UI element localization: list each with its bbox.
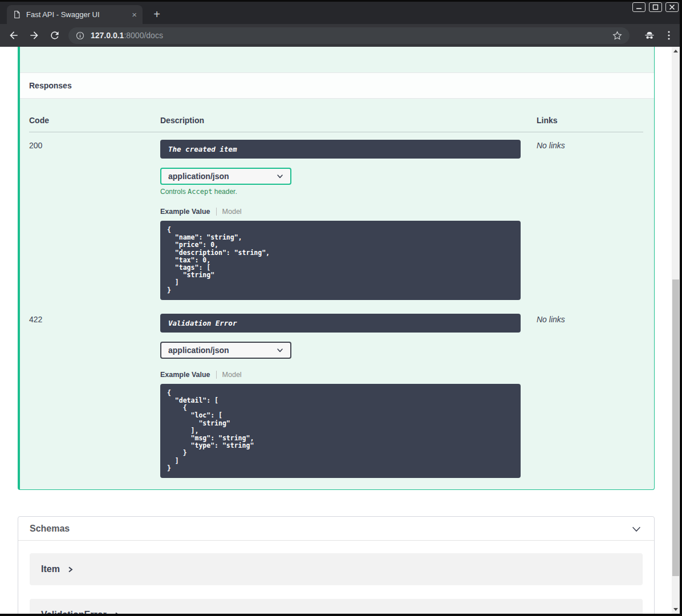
bookmark-star-icon[interactable] — [612, 30, 623, 41]
reload-button[interactable] — [48, 29, 62, 42]
responses-table-header: Code Description Links — [29, 111, 643, 132]
tab-example-value[interactable]: Example Value — [160, 208, 210, 216]
schemas-section: Schemas Item ValidationError — [18, 516, 655, 614]
response-links: No links — [537, 314, 643, 478]
chevron-down-icon — [275, 172, 285, 181]
schema-validation-error[interactable]: ValidationError — [30, 599, 643, 614]
scrollbar-thumb[interactable] — [672, 279, 679, 576]
media-type-value: application/json — [168, 172, 229, 181]
response-links: No links — [537, 140, 643, 306]
forward-button[interactable] — [27, 29, 41, 42]
browser-tab[interactable]: Fast API - Swagger UI × — [7, 5, 143, 24]
controls-accept-note: Controls Accept header. — [160, 188, 537, 196]
col-header-description: Description — [160, 116, 537, 125]
section-gap — [0, 490, 672, 516]
col-header-code: Code — [29, 116, 160, 125]
url-text[interactable]: 127.0.0.1:8000/docs — [91, 31, 612, 40]
opblock-post: Responses Code Description Links 200 The… — [18, 47, 655, 490]
chevron-down-icon[interactable] — [630, 522, 643, 535]
browser-titlebar: Fast API - Swagger UI × + — [0, 0, 682, 24]
schema-name: Item — [41, 564, 60, 574]
site-info-icon[interactable] — [75, 31, 85, 40]
note-code: Accept — [188, 188, 212, 196]
col-header-links: Links — [537, 116, 643, 125]
media-type-value: application/json — [168, 346, 229, 355]
note-suffix: header. — [212, 188, 237, 196]
page-favicon-icon — [13, 10, 21, 19]
tab-model[interactable]: Model — [222, 208, 242, 216]
window-border-right — [680, 0, 682, 616]
url-path: :8000/docs — [124, 31, 163, 40]
tab-model[interactable]: Model — [222, 371, 242, 379]
schemas-header[interactable]: Schemas — [18, 517, 654, 541]
chevron-down-icon — [275, 346, 285, 355]
tab-example-value[interactable]: Example Value — [160, 371, 210, 379]
responses-table: Code Description Links 200 The created i… — [20, 99, 654, 489]
page-content: Responses Code Description Links 200 The… — [0, 47, 672, 614]
chevron-right-icon — [67, 566, 74, 573]
response-description: Validation Error — [160, 314, 521, 333]
schemas-title: Schemas — [30, 524, 70, 534]
tab-separator — [216, 371, 217, 379]
browser-toolbar: 127.0.0.1:8000/docs — [0, 24, 682, 47]
response-row-422: 422 Validation Error application/json Ex… — [29, 306, 643, 478]
url-host: 127.0.0.1 — [91, 31, 124, 40]
responses-title: Responses — [29, 81, 72, 90]
example-json-422: { "detail": [ { "loc": [ "string" ], "ms… — [160, 384, 521, 478]
window-border-bottom — [0, 614, 682, 616]
back-button[interactable] — [7, 29, 21, 42]
tab-separator — [216, 208, 217, 216]
schemas-body: Item ValidationError — [18, 541, 654, 614]
opblock-body-spacer — [20, 47, 654, 72]
scroll-up-arrow[interactable] — [672, 47, 680, 55]
page-scrollbar[interactable] — [672, 47, 680, 614]
media-type-select[interactable]: application/json — [160, 342, 291, 359]
example-model-tabs: Example Value Model — [160, 371, 537, 379]
tab-close-button[interactable]: × — [132, 10, 137, 19]
media-type-select[interactable]: application/json — [160, 168, 291, 185]
responses-section-header: Responses — [20, 72, 654, 99]
example-model-tabs: Example Value Model — [160, 208, 537, 216]
window-minimize-button[interactable] — [632, 2, 646, 12]
response-code: 200 — [29, 140, 160, 306]
new-tab-button[interactable]: + — [149, 7, 164, 22]
response-code: 422 — [29, 314, 160, 478]
note-prefix: Controls — [160, 188, 188, 196]
schema-name: ValidationError — [41, 610, 107, 614]
scroll-down-arrow[interactable] — [672, 605, 680, 614]
window-border-top — [0, 0, 682, 2]
window-close-button[interactable] — [665, 2, 679, 12]
schema-item[interactable]: Item — [30, 553, 643, 585]
tab-title: Fast API - Swagger UI — [26, 10, 128, 19]
window-maximize-button[interactable] — [649, 2, 662, 12]
address-bar[interactable]: 127.0.0.1:8000/docs — [68, 27, 630, 44]
example-json-200: { "name": "string", "price": 0, "descrip… — [160, 221, 521, 300]
response-description: The created item — [160, 140, 521, 159]
browser-menu-icon[interactable] — [663, 29, 675, 42]
response-row-200: 200 The created item application/json Co… — [29, 132, 643, 306]
incognito-icon — [643, 29, 656, 42]
